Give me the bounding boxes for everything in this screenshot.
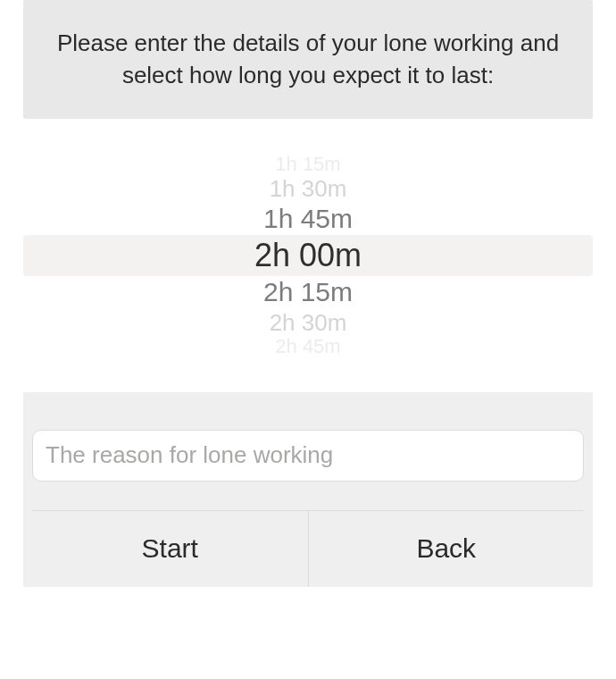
picker-option[interactable]: 2h 45m	[23, 336, 593, 357]
picker-option[interactable]: 1h 15m	[23, 154, 593, 175]
header-panel: Please enter the details of your lone wo…	[23, 0, 593, 119]
picker-option[interactable]: 1h 30m	[23, 175, 593, 202]
header-text: Please enter the details of your lone wo…	[45, 27, 571, 92]
reason-input[interactable]	[32, 430, 584, 482]
back-button[interactable]: Back	[308, 511, 585, 587]
lone-working-dialog: Please enter the details of your lone wo…	[0, 0, 616, 679]
picker-option-selected[interactable]: 2h 00m	[23, 236, 593, 275]
button-row: Start Back	[32, 510, 584, 587]
reason-panel: Start Back	[23, 392, 593, 587]
picker-option[interactable]: 2h 15m	[23, 275, 593, 309]
duration-picker[interactable]: 1h 15m 1h 30m 1h 45m 2h 00m 2h 15m 2h 30…	[23, 135, 593, 376]
start-button[interactable]: Start	[32, 511, 308, 587]
picker-column: 1h 15m 1h 30m 1h 45m 2h 00m 2h 15m 2h 30…	[23, 154, 593, 357]
picker-option[interactable]: 1h 45m	[23, 202, 593, 236]
picker-option[interactable]: 2h 30m	[23, 309, 593, 336]
